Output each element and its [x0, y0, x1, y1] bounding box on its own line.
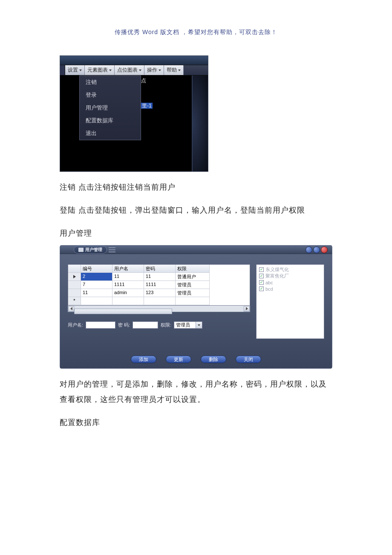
cell-password: 11: [144, 273, 176, 281]
minimize-button[interactable]: [306, 246, 312, 253]
label-password: 密 码:: [118, 322, 130, 328]
menu-label: 帮助: [167, 66, 177, 74]
cell-number: 11: [81, 289, 112, 297]
cell-username: 11: [112, 273, 144, 281]
cell-username: admin: [112, 289, 144, 297]
tree-item[interactable]: ✓ abc: [259, 279, 321, 286]
cell-username: 1111: [112, 281, 144, 289]
chevron-down-icon: [159, 69, 161, 71]
role-select[interactable]: 管理员: [174, 321, 202, 329]
dropdown-item-db-config[interactable]: 配置数据库: [80, 114, 141, 127]
menu-operate[interactable]: 操作: [144, 65, 164, 75]
tree-item-label: abc: [265, 280, 273, 285]
caret-left-icon: [70, 307, 72, 310]
table-new-row[interactable]: *: [68, 297, 250, 305]
chevron-down-icon: [109, 69, 112, 71]
menu-label: 点位图表: [117, 66, 138, 74]
users-table[interactable]: 编号 用户名 密码 权限 2 11 11 普通用户 7: [68, 264, 250, 306]
dialog-title: 用户管理: [85, 247, 102, 253]
tree-label-1: 点: [141, 77, 153, 84]
cell-password: 123: [144, 289, 176, 297]
app-menubar: 设置 元素图表 点位图表 操作 帮助: [60, 65, 208, 75]
dialog-title-pill: 用户管理: [74, 246, 107, 254]
user-management-dialog: 用户管理 编号 用户名 密码 权限: [60, 245, 332, 369]
background-tree-labels: 点 里-1: [141, 77, 153, 127]
user-form-row: 用户名: 密 码: 权限: 管理员: [68, 321, 250, 329]
col-password: 密码: [144, 265, 176, 273]
dropdown-item-logout[interactable]: 注销: [80, 76, 141, 89]
chevron-down-icon: [139, 69, 141, 71]
new-row-icon: *: [68, 297, 81, 305]
app-titlebar: [60, 56, 208, 65]
update-button[interactable]: 更新: [166, 356, 191, 363]
close-dialog-button[interactable]: 关闭: [236, 356, 261, 363]
table-row[interactable]: 7 1111 1111 管理员: [68, 281, 250, 289]
dropdown-item-login[interactable]: 登录: [80, 89, 141, 101]
horizontal-scrollbar[interactable]: [68, 306, 250, 312]
tree-item-label: bcd: [265, 286, 273, 292]
username-input[interactable]: [86, 321, 115, 329]
menu-help[interactable]: 帮助: [164, 65, 184, 75]
caret-right-icon: [246, 307, 248, 310]
checkbox-checked-icon[interactable]: ✓: [259, 280, 264, 285]
chevron-down-icon: [196, 322, 202, 328]
hamburger-icon[interactable]: [109, 247, 115, 252]
user-icon: [78, 248, 84, 252]
document-watermark: 传播优秀 Word 版文档 ，希望对您有帮助，可双击去除！: [0, 0, 392, 36]
add-button[interactable]: 添加: [131, 356, 156, 363]
settings-menu-screenshot: 设置 元素图表 点位图表 操作 帮助 注销 登录 用户管理: [60, 55, 208, 172]
row-indicator-icon: [73, 275, 76, 278]
settings-dropdown: 注销 登录 用户管理 配置数据库 退出: [79, 75, 141, 140]
chevron-down-icon: [178, 69, 181, 71]
close-button[interactable]: [321, 246, 328, 253]
table-row[interactable]: 2 11 11 普通用户: [68, 273, 250, 281]
label-username: 用户名:: [68, 322, 83, 328]
paragraph-login-desc: 登陆 点击登陆按钮，弹出登陆窗口，输入用户名，登陆当前用户权限: [60, 202, 332, 218]
paragraph-dbconfig-heading: 配置数据库: [60, 415, 332, 430]
menu-label: 操作: [147, 66, 157, 74]
dialog-button-row: 添加 更新 删除 关闭: [60, 356, 332, 363]
permission-tree[interactable]: ✓ 东义煤气化 ✓ 聚富焦化厂 ✓ abc ✓ bcd: [256, 264, 324, 339]
password-input[interactable]: [133, 321, 158, 329]
tree-item-label: 东义煤气化: [265, 266, 289, 273]
tree-item-label: 聚富焦化厂: [265, 273, 289, 279]
paragraph-usermgmt-desc: 对用户的管理，可是添加，删除，修改，用户名称，密码，用户权限，以及查看权限，这些…: [60, 376, 332, 407]
cell-role: 管理员: [176, 281, 210, 289]
label-role: 权限:: [161, 322, 171, 328]
paragraph-usermgmt-heading: 用户管理: [60, 225, 332, 241]
col-number: 编号: [81, 265, 112, 273]
chevron-down-icon: [79, 69, 82, 71]
cell-number: 7: [81, 281, 112, 289]
menu-point-chart[interactable]: 点位图表: [115, 65, 144, 75]
tree-label-2: 里-1: [141, 102, 153, 110]
checkbox-checked-icon[interactable]: ✓: [259, 274, 264, 278]
tree-item[interactable]: ✓ bcd: [259, 286, 321, 292]
table-row[interactable]: 11 admin 123 管理员: [68, 289, 250, 297]
cell-number: 2: [81, 273, 112, 281]
tree-item[interactable]: ✓ 聚富焦化厂: [259, 273, 321, 279]
menu-label: 元素图表: [87, 66, 108, 74]
cell-password: 1111: [144, 281, 176, 289]
cell-role: 管理员: [176, 289, 210, 297]
scroll-thumb[interactable]: [74, 309, 172, 314]
panel-edge: [192, 75, 208, 171]
checkbox-checked-icon[interactable]: ✓: [259, 286, 264, 291]
dropdown-item-user-mgmt[interactable]: 用户管理: [80, 101, 141, 114]
menu-settings[interactable]: 设置: [65, 65, 85, 75]
scroll-right-button[interactable]: [244, 306, 250, 312]
tree-item[interactable]: ✓ 东义煤气化: [259, 266, 321, 273]
paragraph-logout-desc: 注销 点击注销按钮注销当前用户: [60, 179, 332, 195]
menubar-grip: [60, 65, 65, 75]
delete-button[interactable]: 删除: [201, 356, 226, 363]
table-header-row: 编号 用户名 密码 权限: [68, 265, 250, 273]
dropdown-item-exit[interactable]: 退出: [80, 127, 141, 140]
role-select-value: 管理员: [174, 321, 196, 329]
scroll-left-button[interactable]: [68, 306, 74, 312]
checkbox-checked-icon[interactable]: ✓: [259, 267, 264, 272]
dialog-titlebar: 用户管理: [60, 246, 332, 254]
menu-label: 设置: [68, 66, 78, 74]
menu-element-chart[interactable]: 元素图表: [85, 65, 115, 75]
maximize-button[interactable]: [313, 246, 320, 253]
col-username: 用户名: [112, 265, 144, 273]
cell-role: 普通用户: [176, 273, 210, 281]
